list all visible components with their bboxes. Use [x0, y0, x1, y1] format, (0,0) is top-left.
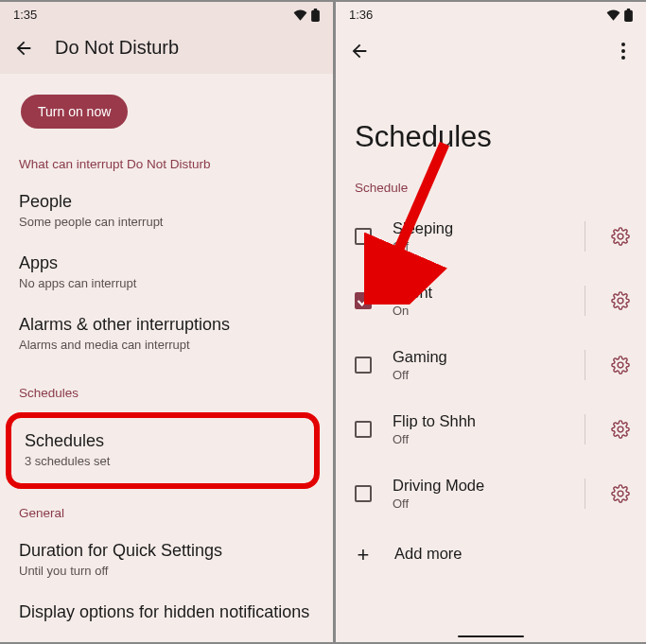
schedule-text: EventOn [393, 284, 564, 318]
schedule-title: Gaming [393, 348, 564, 366]
row-title: Apps [19, 253, 314, 273]
schedule-subtitle: Off [393, 496, 564, 511]
settings-gear-button[interactable] [610, 419, 631, 440]
status-time: 1:36 [349, 8, 373, 22]
divider [585, 286, 585, 316]
annotation-highlight-box: Schedules 3 schedules set [6, 412, 320, 489]
divider [585, 414, 585, 444]
schedule-text: GamingOff [393, 348, 564, 382]
back-button[interactable] [13, 38, 34, 59]
add-more-label: Add more [394, 545, 463, 563]
checkbox[interactable] [355, 292, 372, 309]
row-title: Schedules [25, 431, 301, 451]
schedule-subtitle: On [393, 304, 564, 318]
settings-gear-button[interactable] [610, 355, 631, 375]
schedule-row[interactable]: Driving ModeOff [336, 461, 646, 526]
row-display-options[interactable]: Display options for hidden notifications [0, 591, 333, 622]
svg-rect-2 [624, 9, 633, 21]
divider [585, 350, 585, 380]
plus-icon: + [355, 547, 372, 564]
section-header-schedule: Schedule [336, 171, 646, 204]
schedule-title: Event [393, 284, 564, 302]
gear-icon [611, 484, 630, 503]
row-title: Alarms & other interruptions [19, 315, 314, 335]
divider [585, 221, 585, 252]
status-time: 1:35 [13, 8, 37, 22]
row-people[interactable]: People Some people can interrupt [0, 181, 333, 242]
checkbox[interactable] [355, 485, 372, 502]
overflow-menu-button[interactable] [614, 39, 633, 63]
section-header-schedules: Schedules [0, 365, 333, 409]
page-title: Do Not Disturb [55, 37, 179, 59]
back-arrow-icon [349, 41, 370, 61]
back-arrow-icon [13, 38, 34, 59]
wifi-icon [293, 9, 307, 21]
schedule-list: SleepingOffEventOnGamingOffFlip to ShhhO… [336, 204, 646, 526]
schedule-title: Flip to Shhh [393, 412, 564, 430]
status-icons [293, 9, 320, 22]
checkbox[interactable] [355, 357, 372, 374]
settings-gear-button[interactable] [610, 483, 631, 504]
row-subtitle: Alarms and media can interrupt [19, 338, 314, 352]
schedule-text: Driving ModeOff [393, 477, 564, 511]
topbar [336, 26, 646, 71]
gear-icon [611, 420, 630, 439]
svg-rect-0 [311, 9, 320, 21]
settings-gear-button[interactable] [610, 226, 631, 247]
section-header-general: General [0, 489, 333, 530]
schedule-row[interactable]: EventOn [336, 269, 646, 333]
row-title: Display options for hidden notifications [19, 602, 314, 622]
schedule-subtitle: Off [393, 368, 564, 382]
dot-icon [621, 43, 625, 46]
row-subtitle: 3 schedules set [25, 454, 301, 468]
schedule-text: Flip to ShhhOff [393, 412, 564, 446]
schedule-subtitle: Off [393, 432, 564, 446]
row-title: Duration for Quick Settings [19, 541, 314, 561]
schedule-row[interactable]: GamingOff [336, 333, 646, 397]
status-icons [606, 9, 633, 22]
phone-screen-dnd: 1:35 Do Not Disturb Turn on now What can… [0, 2, 333, 642]
page-title: Schedules [336, 71, 646, 171]
phone-screen-schedules: 1:36 Schedules [336, 2, 646, 642]
row-subtitle: Until you turn off [19, 564, 314, 578]
battery-icon [311, 9, 320, 22]
status-bar: 1:36 [336, 2, 646, 26]
schedule-title: Sleeping [393, 219, 564, 237]
back-button[interactable] [349, 41, 370, 61]
section-header-interrupt: What can interrupt Do Not Disturb [0, 129, 333, 181]
row-duration[interactable]: Duration for Quick Settings Until you tu… [0, 530, 333, 591]
row-subtitle: Some people can interrupt [19, 215, 314, 229]
checkbox[interactable] [355, 421, 372, 438]
schedule-title: Driving Mode [393, 477, 564, 495]
row-apps[interactable]: Apps No apps can interrupt [0, 242, 333, 304]
checkbox[interactable] [355, 228, 372, 245]
row-alarms[interactable]: Alarms & other interruptions Alarms and … [0, 304, 333, 365]
dot-icon [621, 56, 625, 60]
dot-icon [621, 49, 625, 53]
battery-icon [624, 9, 633, 22]
gear-icon [611, 356, 630, 374]
svg-rect-3 [627, 9, 631, 11]
row-subtitle: No apps can interrupt [19, 276, 314, 290]
wifi-icon [606, 9, 620, 21]
schedule-subtitle: Off [393, 239, 564, 253]
gear-icon [611, 227, 630, 246]
status-bar: 1:35 [0, 2, 333, 26]
add-more-button[interactable]: + Add more [336, 526, 646, 580]
schedule-text: SleepingOff [393, 219, 564, 253]
divider [585, 479, 585, 509]
schedule-row[interactable]: Flip to ShhhOff [336, 397, 646, 461]
svg-rect-1 [314, 9, 318, 11]
gear-icon [611, 291, 630, 310]
settings-gear-button[interactable] [610, 290, 631, 311]
row-title: People [19, 192, 314, 212]
titlebar: Do Not Disturb [0, 26, 333, 74]
turn-on-now-button[interactable]: Turn on now [21, 95, 128, 129]
row-schedules[interactable]: Schedules 3 schedules set [11, 418, 314, 483]
nav-handle[interactable] [458, 635, 524, 638]
schedule-row[interactable]: SleepingOff [336, 204, 646, 269]
